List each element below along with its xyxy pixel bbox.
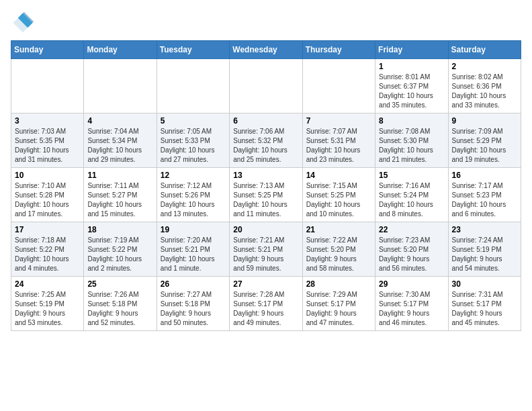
calendar-cell: 15Sunrise: 7:16 AM Sunset: 5:24 PM Dayli… [375, 168, 448, 222]
calendar-cell: 2Sunrise: 8:02 AM Sunset: 6:36 PM Daylig… [448, 59, 521, 113]
calendar-cell: 17Sunrise: 7:18 AM Sunset: 5:22 PM Dayli… [11, 222, 84, 277]
weekday-header-row: SundayMondayTuesdayWednesdayThursdayFrid… [11, 41, 521, 59]
calendar-cell: 8Sunrise: 7:08 AM Sunset: 5:30 PM Daylig… [375, 113, 448, 168]
calendar-cell [302, 59, 375, 113]
day-info: Sunrise: 7:24 AM Sunset: 5:19 PM Dayligh… [452, 236, 517, 273]
day-number: 28 [306, 279, 371, 289]
day-number: 12 [161, 171, 226, 180]
calendar-cell: 25Sunrise: 7:26 AM Sunset: 5:18 PM Dayli… [84, 277, 157, 331]
day-info: Sunrise: 7:04 AM Sunset: 5:34 PM Dayligh… [87, 127, 152, 165]
weekday-header-friday: Friday [375, 41, 448, 59]
day-number: 17 [15, 225, 80, 234]
day-info: Sunrise: 7:06 AM Sunset: 5:32 PM Dayligh… [233, 127, 298, 165]
weekday-header-thursday: Thursday [302, 41, 375, 59]
page-header [11, 11, 521, 35]
calendar-cell: 20Sunrise: 7:21 AM Sunset: 5:21 PM Dayli… [230, 222, 302, 277]
calendar-cell: 1Sunrise: 8:01 AM Sunset: 6:37 PM Daylig… [375, 59, 448, 113]
calendar-cell: 29Sunrise: 7:30 AM Sunset: 5:17 PM Dayli… [375, 277, 448, 331]
calendar-cell: 16Sunrise: 7:17 AM Sunset: 5:23 PM Dayli… [448, 168, 521, 222]
day-info: Sunrise: 8:02 AM Sunset: 6:36 PM Dayligh… [452, 73, 517, 110]
day-info: Sunrise: 7:22 AM Sunset: 5:20 PM Dayligh… [306, 236, 371, 273]
calendar-cell: 21Sunrise: 7:22 AM Sunset: 5:20 PM Dayli… [302, 222, 375, 277]
day-number: 4 [87, 116, 152, 126]
day-number: 9 [452, 116, 517, 126]
day-number: 11 [87, 171, 152, 180]
day-info: Sunrise: 7:11 AM Sunset: 5:27 PM Dayligh… [87, 181, 152, 219]
day-number: 2 [452, 62, 517, 71]
day-info: Sunrise: 7:16 AM Sunset: 5:24 PM Dayligh… [379, 181, 444, 219]
day-info: Sunrise: 7:18 AM Sunset: 5:22 PM Dayligh… [15, 236, 80, 273]
calendar-cell: 28Sunrise: 7:29 AM Sunset: 5:17 PM Dayli… [302, 277, 375, 331]
calendar-cell: 27Sunrise: 7:28 AM Sunset: 5:17 PM Dayli… [230, 277, 302, 331]
day-info: Sunrise: 7:13 AM Sunset: 5:25 PM Dayligh… [233, 181, 298, 219]
calendar-cell: 9Sunrise: 7:09 AM Sunset: 5:29 PM Daylig… [448, 113, 521, 168]
calendar-cell: 26Sunrise: 7:27 AM Sunset: 5:18 PM Dayli… [157, 277, 229, 331]
day-info: Sunrise: 7:05 AM Sunset: 5:33 PM Dayligh… [161, 127, 226, 165]
day-info: Sunrise: 7:07 AM Sunset: 5:31 PM Dayligh… [306, 127, 371, 165]
calendar-cell [11, 59, 84, 113]
day-number: 26 [161, 279, 226, 289]
logo-icon [11, 11, 35, 35]
calendar-cell: 4Sunrise: 7:04 AM Sunset: 5:34 PM Daylig… [84, 113, 157, 168]
calendar-cell: 6Sunrise: 7:06 AM Sunset: 5:32 PM Daylig… [230, 113, 302, 168]
day-number: 10 [15, 171, 80, 180]
day-info: Sunrise: 7:28 AM Sunset: 5:17 PM Dayligh… [233, 290, 298, 328]
day-info: Sunrise: 7:21 AM Sunset: 5:21 PM Dayligh… [233, 236, 298, 273]
day-number: 16 [452, 171, 517, 180]
day-number: 5 [161, 116, 226, 126]
day-number: 3 [15, 116, 80, 126]
day-number: 27 [233, 279, 298, 289]
day-number: 7 [306, 116, 371, 126]
weekday-header-wednesday: Wednesday [230, 41, 302, 59]
calendar-cell: 14Sunrise: 7:15 AM Sunset: 5:25 PM Dayli… [302, 168, 375, 222]
day-number: 1 [379, 62, 444, 71]
day-number: 22 [379, 225, 444, 234]
day-number: 29 [379, 279, 444, 289]
calendar-cell: 13Sunrise: 7:13 AM Sunset: 5:25 PM Dayli… [230, 168, 302, 222]
day-info: Sunrise: 7:23 AM Sunset: 5:20 PM Dayligh… [379, 236, 444, 273]
day-number: 25 [87, 279, 152, 289]
day-info: Sunrise: 7:19 AM Sunset: 5:22 PM Dayligh… [87, 236, 152, 273]
day-number: 21 [306, 225, 371, 234]
weekday-header-sunday: Sunday [11, 41, 84, 59]
weekday-header-monday: Monday [84, 41, 157, 59]
calendar-cell: 22Sunrise: 7:23 AM Sunset: 5:20 PM Dayli… [375, 222, 448, 277]
day-number: 23 [452, 225, 517, 234]
calendar-cell: 19Sunrise: 7:20 AM Sunset: 5:21 PM Dayli… [157, 222, 229, 277]
week-row-5: 24Sunrise: 7:25 AM Sunset: 5:19 PM Dayli… [11, 277, 521, 331]
day-info: Sunrise: 7:15 AM Sunset: 5:25 PM Dayligh… [306, 181, 371, 219]
calendar-cell: 23Sunrise: 7:24 AM Sunset: 5:19 PM Dayli… [448, 222, 521, 277]
day-info: Sunrise: 8:01 AM Sunset: 6:37 PM Dayligh… [379, 73, 444, 110]
weekday-header-tuesday: Tuesday [157, 41, 229, 59]
weekday-header-saturday: Saturday [448, 41, 521, 59]
week-row-4: 17Sunrise: 7:18 AM Sunset: 5:22 PM Dayli… [11, 222, 521, 277]
day-info: Sunrise: 7:10 AM Sunset: 5:28 PM Dayligh… [15, 181, 80, 219]
day-number: 24 [15, 279, 80, 289]
day-number: 20 [233, 225, 298, 234]
day-number: 19 [161, 225, 226, 234]
day-info: Sunrise: 7:12 AM Sunset: 5:26 PM Dayligh… [161, 181, 226, 219]
day-number: 13 [233, 171, 298, 180]
calendar-cell: 11Sunrise: 7:11 AM Sunset: 5:27 PM Dayli… [84, 168, 157, 222]
day-info: Sunrise: 7:03 AM Sunset: 5:35 PM Dayligh… [15, 127, 80, 165]
day-info: Sunrise: 7:27 AM Sunset: 5:18 PM Dayligh… [161, 290, 226, 328]
day-number: 8 [379, 116, 444, 126]
day-number: 15 [379, 171, 444, 180]
day-number: 30 [452, 279, 517, 289]
day-number: 6 [233, 116, 298, 126]
calendar-cell: 5Sunrise: 7:05 AM Sunset: 5:33 PM Daylig… [157, 113, 229, 168]
day-info: Sunrise: 7:09 AM Sunset: 5:29 PM Dayligh… [452, 127, 517, 165]
day-info: Sunrise: 7:30 AM Sunset: 5:17 PM Dayligh… [379, 290, 444, 328]
day-info: Sunrise: 7:31 AM Sunset: 5:17 PM Dayligh… [452, 290, 517, 328]
calendar-cell: 10Sunrise: 7:10 AM Sunset: 5:28 PM Dayli… [11, 168, 84, 222]
day-number: 14 [306, 171, 371, 180]
week-row-2: 3Sunrise: 7:03 AM Sunset: 5:35 PM Daylig… [11, 113, 521, 168]
calendar-cell [230, 59, 302, 113]
calendar-cell [157, 59, 229, 113]
calendar-cell: 18Sunrise: 7:19 AM Sunset: 5:22 PM Dayli… [84, 222, 157, 277]
day-info: Sunrise: 7:20 AM Sunset: 5:21 PM Dayligh… [161, 236, 226, 273]
day-info: Sunrise: 7:08 AM Sunset: 5:30 PM Dayligh… [379, 127, 444, 165]
day-info: Sunrise: 7:29 AM Sunset: 5:17 PM Dayligh… [306, 290, 371, 328]
calendar-cell: 3Sunrise: 7:03 AM Sunset: 5:35 PM Daylig… [11, 113, 84, 168]
calendar-cell: 24Sunrise: 7:25 AM Sunset: 5:19 PM Dayli… [11, 277, 84, 331]
